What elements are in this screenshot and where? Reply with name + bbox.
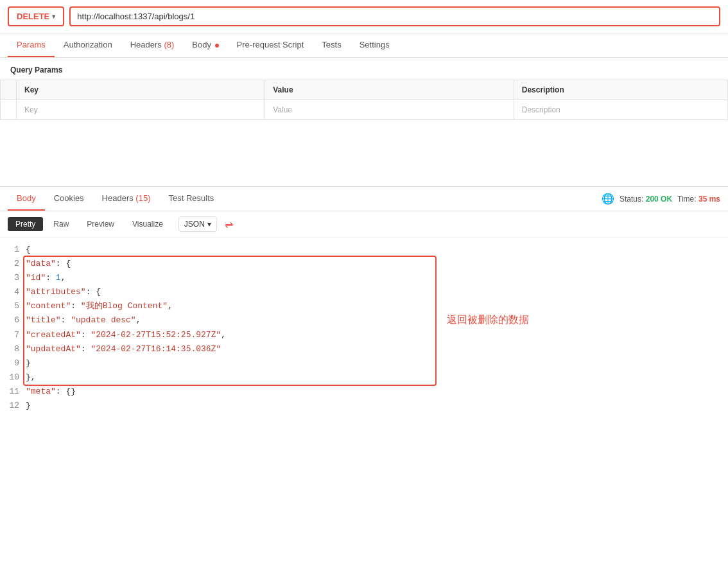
tab-headers[interactable]: Headers (8): [121, 33, 184, 57]
tab-test-results[interactable]: Test Results: [159, 187, 223, 211]
top-panel: Query Params Key Value Description Ke: [0, 58, 728, 186]
format-preview[interactable]: Preview: [79, 217, 122, 231]
response-tabs: Body Cookies Headers (15) Test Results 🌐…: [0, 187, 728, 211]
code-area: 123456789101112 { "data": { "id": 1, "at…: [0, 238, 728, 418]
format-visualize[interactable]: Visualize: [125, 217, 171, 231]
line-numbers: 123456789101112: [0, 243, 26, 413]
url-bar: DELETE ▾: [0, 0, 728, 33]
globe-icon: 🌐: [602, 193, 614, 205]
code-wrapper: 123456789101112 { "data": { "id": 1, "at…: [0, 238, 728, 418]
chevron-down-icon-format: ▾: [207, 220, 211, 229]
query-params-title: Query Params: [0, 58, 728, 80]
tab-tests[interactable]: Tests: [313, 33, 350, 57]
col-value-header: Value: [265, 80, 514, 100]
desc-cell[interactable]: Description: [514, 100, 727, 120]
format-pretty[interactable]: Pretty: [8, 217, 43, 231]
params-row-empty: Key Value Description: [1, 100, 728, 120]
col-desc-header: Description: [514, 80, 727, 100]
format-raw[interactable]: Raw: [46, 217, 76, 231]
col-checkbox-header: [1, 80, 17, 100]
response-status-bar: 🌐 Status: 200 OK Time: 35 ms: [602, 193, 720, 205]
tab-body[interactable]: Body: [183, 33, 227, 57]
col-key-header: Key: [17, 80, 265, 100]
time-label: Time: 35 ms: [677, 195, 720, 204]
tab-params[interactable]: Params: [8, 33, 55, 57]
tab-response-body[interactable]: Body: [8, 187, 45, 211]
request-tabs: Params Authorization Headers (8) Body Pr…: [0, 33, 728, 58]
tab-cookies[interactable]: Cookies: [45, 187, 93, 211]
body-dot: [215, 44, 219, 48]
params-table: Key Value Description Key Value: [0, 80, 728, 120]
url-input[interactable]: [69, 6, 720, 26]
value-cell[interactable]: Value: [265, 100, 514, 120]
status-value: 200 OK: [646, 195, 672, 204]
method-button[interactable]: DELETE ▾: [8, 6, 64, 26]
method-label: DELETE: [17, 12, 49, 21]
time-value: 35 ms: [698, 195, 720, 204]
tab-prerequest[interactable]: Pre-request Script: [228, 33, 313, 57]
tab-authorization[interactable]: Authorization: [55, 33, 121, 57]
format-json-select[interactable]: JSON ▾: [178, 216, 217, 232]
code-content: { "data": { "id": 1, "attributes": { "co…: [26, 243, 728, 413]
tab-settings[interactable]: Settings: [351, 33, 399, 57]
wrap-icon[interactable]: ⇌: [225, 218, 233, 231]
format-bar: Pretty Raw Preview Visualize JSON ▾ ⇌: [0, 211, 728, 238]
row-checkbox: [1, 100, 17, 120]
chevron-down-icon: ▾: [52, 13, 55, 20]
key-cell[interactable]: Key: [17, 100, 265, 120]
status-label: Status: 200 OK: [620, 195, 672, 204]
annotation-text: 返回被删除的数据: [447, 313, 529, 327]
tab-response-headers[interactable]: Headers (15): [93, 187, 160, 211]
